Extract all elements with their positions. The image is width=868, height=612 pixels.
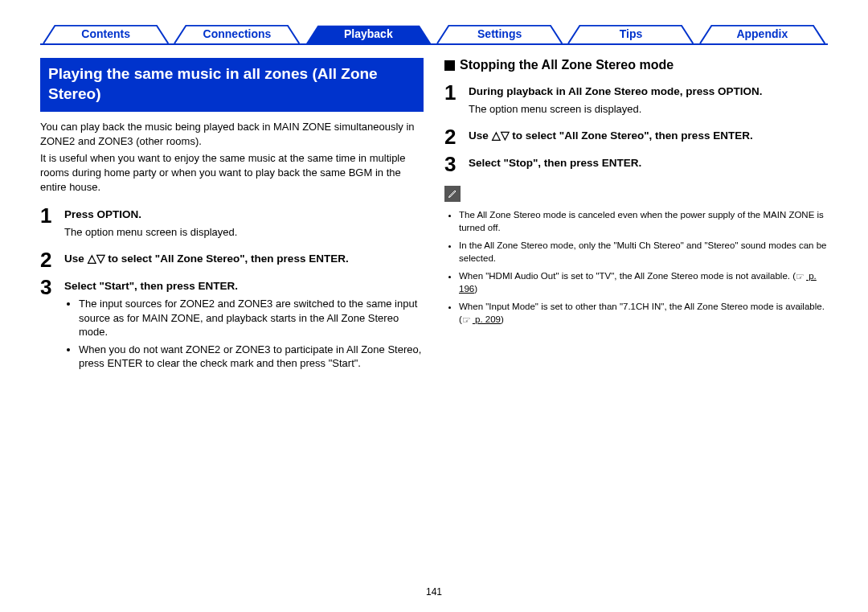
tab-playback[interactable]: Playback <box>303 24 434 43</box>
square-bullet-icon <box>444 60 455 71</box>
note-item: The All Zone Stereo mode is canceled eve… <box>459 208 828 234</box>
tab-settings[interactable]: Settings <box>434 24 565 43</box>
step-bullet: When you do not want ZONE2 or ZONE3 to p… <box>79 343 424 371</box>
step-desc: The option menu screen is displayed. <box>469 102 828 117</box>
right-step-2: 2 Use △▽ to select "All Zone Stereo", th… <box>444 126 828 147</box>
top-nav: Contents Connections Playback Settings T… <box>40 24 828 45</box>
left-step-2: 2 Use △▽ to select "All Zone Stereo", th… <box>40 249 424 270</box>
left-step-1: 1 Press OPTION. The option menu screen i… <box>40 205 424 243</box>
step-bullet: The input sources for ZONE2 and ZONE3 ar… <box>79 297 424 339</box>
step-title: Use △▽ to select "All Zone Stereo", then… <box>64 252 424 266</box>
right-step-1: 1 During playback in All Zone Stereo mod… <box>444 82 828 120</box>
page-link-209[interactable]: ☞ p. 209 <box>462 314 501 324</box>
right-sub-heading: Stopping the All Zone Stereo mode <box>444 58 828 72</box>
hand-pointer-icon: ☞ <box>796 270 805 283</box>
step-number: 2 <box>444 126 469 147</box>
note-item: When "Input Mode" is set to other than "… <box>459 300 828 326</box>
section-heading: Playing the same music in all zones (All… <box>40 58 424 112</box>
step-title: Press OPTION. <box>64 207 424 222</box>
step-number: 3 <box>40 277 64 374</box>
step-title: Use △▽ to select "All Zone Stereo", then… <box>469 129 828 143</box>
step-number: 1 <box>444 82 469 120</box>
up-down-triangle-icon: △▽ <box>88 253 105 265</box>
intro-para-1: You can play back the music being played… <box>40 120 424 148</box>
step-number: 2 <box>40 249 64 270</box>
left-column: Playing the same music in all zones (All… <box>40 58 424 380</box>
step-number: 3 <box>444 154 469 175</box>
note-item: When "HDMI Audio Out" is set to "TV", th… <box>459 269 828 295</box>
left-step-3: 3 Select "Start", then press ENTER. The … <box>40 277 424 374</box>
intro-para-2: It is useful when you want to enjoy the … <box>40 151 424 194</box>
tab-connections[interactable]: Connections <box>171 24 302 43</box>
tab-tips[interactable]: Tips <box>565 24 696 43</box>
step-title: During playback in All Zone Stereo mode,… <box>469 84 828 99</box>
tab-contents[interactable]: Contents <box>40 24 171 43</box>
right-step-3: 3 Select "Stop", then press ENTER. <box>444 154 828 175</box>
hand-pointer-icon: ☞ <box>462 314 471 327</box>
step-title: Select "Start", then press ENTER. <box>64 279 424 294</box>
step-title: Select "Stop", then press ENTER. <box>469 156 828 170</box>
note-item: In the All Zone Stereo mode, only the "M… <box>459 239 828 265</box>
step-number: 1 <box>40 205 64 243</box>
tab-appendix[interactable]: Appendix <box>697 24 828 43</box>
pencil-note-icon <box>444 186 461 202</box>
up-down-triangle-icon: △▽ <box>492 129 510 142</box>
step-desc: The option menu screen is displayed. <box>64 225 424 240</box>
page-number: 141 <box>0 586 868 598</box>
right-column: Stopping the All Zone Stereo mode 1 Duri… <box>444 58 828 380</box>
